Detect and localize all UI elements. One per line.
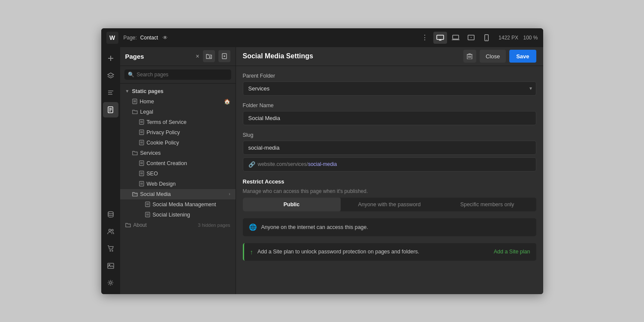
settings-body: Parent Folder Services Legal About None … (236, 66, 543, 294)
tree-item-terms[interactable]: Terms of Service (120, 117, 236, 127)
device-mobile[interactable] (480, 32, 493, 44)
add-site-plan-link[interactable]: Add a Site plan (494, 249, 530, 255)
px-info: 1422 PX 100 % (499, 35, 538, 41)
slug-label: Slug (243, 132, 536, 138)
access-tab-members[interactable]: Specific members only (438, 198, 536, 211)
tree-item-seo[interactable]: SEO (120, 169, 236, 179)
tree-item-social-listening[interactable]: Social Listening (120, 210, 236, 220)
tree-item-social-listening-label: Social Listening (153, 212, 190, 218)
svg-rect-43 (139, 161, 144, 166)
slug-input[interactable] (243, 141, 536, 155)
svg-point-21 (110, 250, 111, 251)
svg-marker-10 (108, 73, 114, 76)
webflow-logo: W (106, 32, 118, 44)
parent-folder-select[interactable]: Services Legal About None (243, 81, 536, 96)
search-input[interactable] (137, 72, 228, 78)
sidebar-settings-btn[interactable] (103, 275, 118, 291)
pages-close-btn[interactable]: × (196, 53, 199, 60)
tree-item-content-creation-label: Content Creation (147, 160, 187, 166)
svg-rect-2 (453, 35, 459, 39)
tree-folder-about[interactable]: About 3 hidden pages (120, 220, 236, 230)
parent-folder-group: Parent Folder Services Legal About None … (243, 73, 536, 96)
hidden-pages-badge: 3 hidden pages (198, 223, 230, 228)
pages-header: Pages × (120, 47, 236, 66)
folder-name-label: Folder Name (243, 102, 536, 108)
more-options-icon[interactable]: ⋮ (421, 33, 428, 42)
settings-title: Social Media Settings (243, 52, 460, 60)
tree-item-web-design[interactable]: Web Design (120, 179, 236, 189)
tree-item-content-creation[interactable]: Content Creation (120, 158, 236, 169)
folder-name-input[interactable] (243, 111, 536, 125)
access-tab-password[interactable]: Anyone with the password (341, 198, 438, 211)
public-info-box: 🌐 Anyone on the internet can access this… (243, 218, 536, 236)
svg-rect-46 (139, 171, 144, 176)
page-label: Page: (124, 35, 137, 41)
svg-rect-1 (439, 40, 441, 41)
restrict-access-section: Restrict Access Manage who can access th… (243, 178, 536, 211)
svg-rect-0 (437, 35, 444, 39)
tree-item-home[interactable]: Home 🏠 (120, 96, 236, 107)
svg-rect-49 (139, 181, 144, 186)
tree-static-pages-header[interactable]: ▼ Static pages (120, 86, 236, 96)
folder-name-group: Folder Name (243, 102, 536, 125)
tree-item-web-design-label: Web Design (147, 181, 176, 187)
close-btn[interactable]: Close (480, 50, 506, 63)
app-container: W Page: Contact 👁 ⋮ (0, 0, 644, 322)
device-desktop-large[interactable] (433, 32, 447, 44)
tree-item-cookie[interactable]: Cookie Policy (120, 138, 236, 148)
tree-item-home-label: Home (140, 99, 154, 105)
tree-folder-social-media[interactable]: Social Media › (120, 189, 236, 199)
open-folder-icon (132, 192, 138, 196)
svg-point-25 (109, 282, 112, 284)
new-folder-btn[interactable] (203, 50, 215, 62)
device-tablet-landscape[interactable] (464, 32, 478, 44)
access-tab-public[interactable]: Public (243, 198, 341, 211)
tree-item-terms-label: Terms of Service (147, 119, 187, 125)
tree-folder-social-media-label: Social Media (140, 191, 171, 197)
sidebar-cart-btn[interactable] (103, 241, 118, 256)
upgrade-arrow-icon: ↑ (250, 248, 254, 256)
static-pages-label: Static pages (132, 88, 163, 94)
tree-item-privacy[interactable]: Privacy Policy (120, 127, 236, 138)
save-btn[interactable]: Save (509, 50, 536, 63)
tree-folder-services[interactable]: Services (120, 148, 236, 158)
tree-item-cookie-label: Cookie Policy (147, 140, 179, 146)
delete-btn[interactable] (463, 50, 476, 63)
doc-icon (139, 160, 144, 166)
doc-icon (139, 171, 144, 176)
svg-rect-34 (139, 120, 144, 124)
tree-item-social-media-management-label: Social Media Management (153, 202, 216, 208)
svg-rect-31 (133, 99, 137, 104)
sidebar-layers-btn[interactable] (103, 68, 118, 83)
restrict-access-desc: Manage who can access this page when it'… (243, 188, 536, 194)
doc-icon (139, 181, 144, 187)
tree-folder-services-label: Services (140, 150, 161, 156)
page-info: Page: Contact 👁 (124, 34, 169, 42)
svg-point-19 (109, 229, 111, 231)
new-page-btn[interactable] (218, 50, 230, 62)
tree-item-privacy-label: Privacy Policy (147, 129, 180, 135)
sidebar-users-btn[interactable] (103, 224, 118, 239)
doc-icon (139, 140, 144, 145)
tree-item-social-media-management[interactable]: Social Media Management (120, 199, 236, 210)
svg-point-7 (486, 39, 487, 40)
sidebar-database-btn[interactable] (103, 207, 118, 222)
tree-folder-legal[interactable]: Legal (120, 107, 236, 117)
upgrade-info-text: Add a Site plan to unlock password prote… (257, 249, 419, 255)
settings-header: Social Media Settings Close Save (236, 47, 543, 66)
tree-item-seo-label: SEO (147, 171, 158, 177)
doc-icon (145, 202, 150, 207)
sidebar-media-btn[interactable] (103, 258, 118, 274)
doc-icon (139, 129, 144, 135)
sidebar-add-btn[interactable] (103, 51, 118, 66)
sidebar-pages-btn[interactable] (103, 102, 118, 117)
eye-icon[interactable]: 👁 (161, 34, 169, 42)
device-laptop[interactable] (449, 32, 463, 44)
parent-folder-label: Parent Folder (243, 73, 536, 79)
tree-folder-legal-label: Legal (140, 109, 154, 115)
top-bar: W Page: Contact 👁 ⋮ (101, 28, 543, 47)
svg-rect-37 (139, 130, 144, 135)
sidebar-text-btn[interactable] (103, 85, 118, 100)
tree-folder-about-label: About (133, 222, 147, 228)
search-input-wrap[interactable]: 🔍 (124, 69, 231, 80)
